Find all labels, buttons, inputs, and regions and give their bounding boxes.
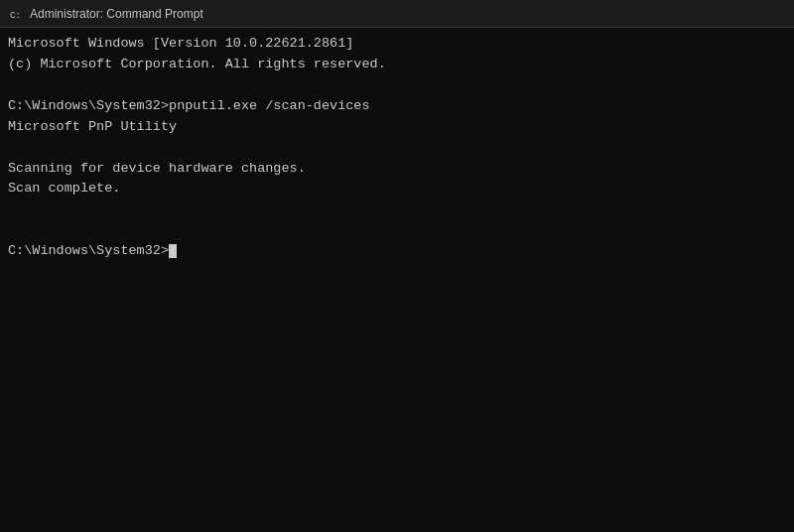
command-prompt-window: C: Administrator: Command Prompt Microso… (0, 0, 794, 532)
terminal-body[interactable]: Microsoft Windows [Version 10.0.22621.28… (0, 28, 794, 532)
terminal-line-5: Microsoft PnP Utility (8, 117, 786, 138)
terminal-line-3 (8, 75, 786, 96)
terminal-line-10 (8, 220, 786, 241)
svg-text:C:: C: (10, 11, 21, 21)
terminal-line-1: Microsoft Windows [Version 10.0.22621.28… (8, 34, 786, 55)
title-bar: C: Administrator: Command Prompt (0, 0, 794, 28)
terminal-line-9 (8, 200, 786, 220)
title-bar-text: Administrator: Command Prompt (30, 7, 786, 21)
terminal-line-prompt: C:\Windows\System32> (8, 241, 786, 262)
terminal-line-7: Scanning for device hardware changes. (8, 159, 786, 180)
cursor (169, 244, 177, 258)
cmd-icon: C: (8, 6, 24, 22)
terminal-line-8: Scan complete. (8, 179, 786, 200)
terminal-line-6 (8, 138, 786, 159)
terminal-line-4: C:\Windows\System32>pnputil.exe /scan-de… (8, 96, 786, 117)
terminal-line-2: (c) Microsoft Corporation. All rights re… (8, 55, 786, 75)
